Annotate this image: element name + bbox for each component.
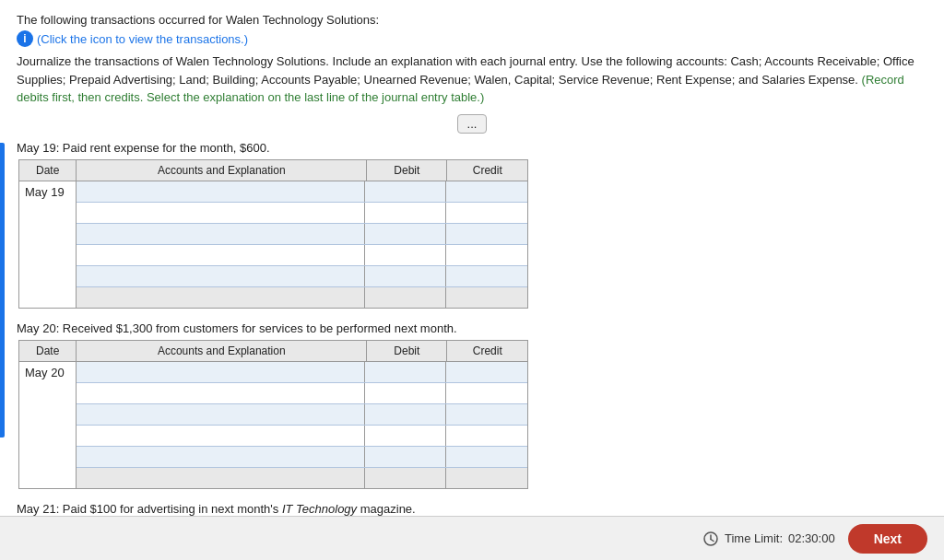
credit-input-may19-6[interactable] bbox=[446, 287, 527, 308]
account-input-may20-5[interactable] bbox=[77, 447, 365, 467]
date-cell-may20: May 20 bbox=[19, 361, 77, 488]
clock-icon bbox=[702, 531, 719, 547]
credit-input-may19-5[interactable] bbox=[446, 266, 527, 286]
transaction-may21-label: May 21: Paid $100 for advertising in nex… bbox=[17, 502, 927, 516]
next-button[interactable]: Next bbox=[848, 524, 927, 554]
credit-input-may20-3[interactable] bbox=[446, 404, 527, 425]
time-limit-display: Time Limit: 02:30:00 bbox=[702, 531, 835, 547]
account-input-may19-5[interactable] bbox=[77, 266, 365, 286]
header-accounts-may19: Accounts and Explanation bbox=[77, 159, 367, 181]
debit-input-may19-3[interactable] bbox=[365, 224, 446, 244]
account-input-may20-2[interactable] bbox=[77, 383, 365, 403]
credit-input-may20-4[interactable] bbox=[446, 426, 527, 446]
debit-input-may20-6[interactable] bbox=[365, 468, 446, 488]
entry-row bbox=[77, 404, 527, 426]
credit-input-may20-1[interactable] bbox=[446, 362, 527, 382]
account-input-may20-1[interactable] bbox=[77, 362, 365, 382]
entry-row bbox=[77, 245, 527, 266]
header-credit-may20: Credit bbox=[447, 340, 528, 361]
transaction-may20: May 20: Received $1,300 from customers f… bbox=[17, 321, 927, 489]
time-value: 02:30:00 bbox=[788, 531, 835, 545]
time-label: Time Limit: bbox=[725, 531, 783, 545]
account-input-may19-6[interactable] bbox=[77, 287, 365, 308]
transaction-may20-label: May 20: Received $1,300 from customers f… bbox=[17, 321, 927, 335]
entry-row bbox=[77, 468, 527, 488]
account-input-may19-3[interactable] bbox=[77, 224, 365, 244]
transaction-may19-label: May 19: Paid rent expense for the month,… bbox=[17, 141, 927, 155]
journal-table-may19: Date Accounts and Explanation Debit Cred… bbox=[18, 159, 528, 309]
entry-rows-may19 bbox=[77, 181, 528, 308]
dots-button[interactable]: ... bbox=[457, 114, 488, 134]
debit-input-may20-1[interactable] bbox=[365, 362, 446, 382]
entry-rows-may20 bbox=[77, 361, 528, 488]
debit-input-may20-2[interactable] bbox=[365, 383, 446, 403]
journal-table-may20: Date Accounts and Explanation Debit Cred… bbox=[18, 340, 528, 489]
header-debit-may19: Debit bbox=[367, 159, 447, 181]
account-input-may19-4[interactable] bbox=[77, 245, 365, 265]
journal-instructions: Journalize the transactions of Walen Tec… bbox=[17, 52, 927, 107]
entry-row bbox=[77, 362, 527, 383]
info-icon[interactable]: i bbox=[17, 30, 33, 47]
view-transactions-link[interactable]: (Click the icon to view the transactions… bbox=[37, 32, 248, 46]
credit-input-may20-6[interactable] bbox=[446, 468, 527, 488]
debit-input-may19-5[interactable] bbox=[365, 266, 446, 286]
header-accounts-may20: Accounts and Explanation bbox=[77, 340, 367, 361]
transaction-may19: May 19: Paid rent expense for the month,… bbox=[17, 141, 927, 309]
entry-row bbox=[77, 447, 527, 468]
debit-input-may20-5[interactable] bbox=[365, 447, 446, 467]
credit-input-may19-4[interactable] bbox=[446, 245, 527, 265]
entry-row bbox=[77, 266, 527, 287]
svg-line-2 bbox=[711, 539, 714, 541]
debit-input-may19-1[interactable] bbox=[365, 181, 446, 202]
entry-row bbox=[77, 203, 527, 224]
entry-row bbox=[77, 181, 527, 203]
header-credit-may19: Credit bbox=[447, 159, 528, 181]
debit-input-may19-2[interactable] bbox=[365, 203, 446, 223]
entry-row bbox=[77, 383, 527, 404]
entry-row bbox=[77, 224, 527, 245]
credit-input-may20-2[interactable] bbox=[446, 383, 527, 403]
header-date-may19: Date bbox=[19, 159, 77, 181]
left-accent bbox=[0, 143, 5, 438]
header-debit-may20: Debit bbox=[367, 340, 447, 361]
credit-input-may20-5[interactable] bbox=[446, 447, 527, 467]
debit-input-may19-6[interactable] bbox=[365, 287, 446, 308]
debit-input-may20-3[interactable] bbox=[365, 404, 446, 425]
account-input-may20-4[interactable] bbox=[77, 426, 365, 446]
intro-line1: The following transactions occurred for … bbox=[17, 13, 927, 27]
credit-input-may19-1[interactable] bbox=[446, 181, 527, 202]
account-input-may20-6[interactable] bbox=[77, 468, 365, 488]
debit-input-may20-4[interactable] bbox=[365, 426, 446, 446]
header-date-may20: Date bbox=[19, 340, 77, 361]
credit-input-may19-2[interactable] bbox=[446, 203, 527, 223]
footer-bar: Time Limit: 02:30:00 Next bbox=[0, 516, 944, 560]
date-cell-may19: May 19 bbox=[19, 181, 77, 308]
credit-input-may19-3[interactable] bbox=[446, 224, 527, 244]
debit-input-may19-4[interactable] bbox=[365, 245, 446, 265]
account-input-may19-1[interactable] bbox=[77, 181, 365, 202]
account-input-may19-2[interactable] bbox=[77, 203, 365, 223]
entry-row bbox=[77, 426, 527, 447]
entry-row bbox=[77, 287, 527, 308]
account-input-may20-3[interactable] bbox=[77, 404, 365, 425]
